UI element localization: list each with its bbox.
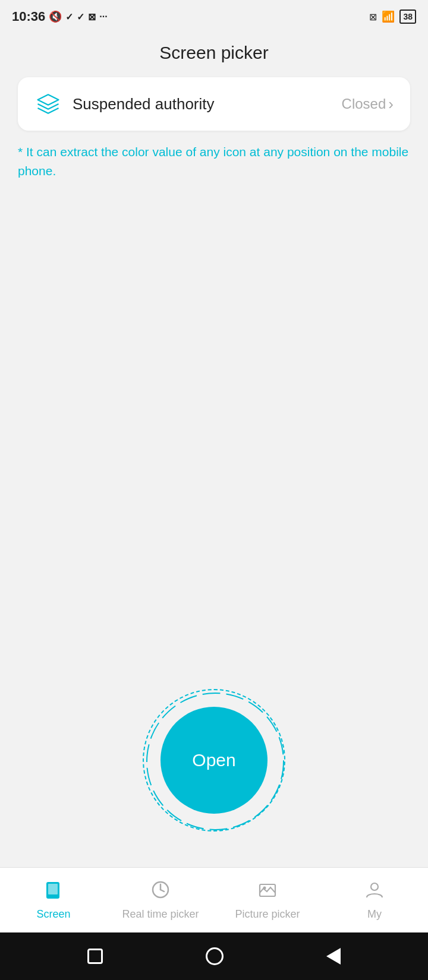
card-left: Suspended authority [34,90,215,118]
nav-item-realtime[interactable]: Real time picker [107,880,214,921]
card-right: Closed › [342,95,394,113]
check-icon-1: ✓ [65,11,73,23]
photo-icon: ⊠ [88,11,96,23]
screen-nav-label: Screen [36,908,70,921]
sys-nav-home[interactable] [206,947,224,965]
picture-nav-label: Picture picker [235,908,300,921]
check-icon-2: ✓ [77,11,84,23]
suspended-authority-card[interactable]: Suspended authority Closed › [18,77,410,131]
status-right-icons: ⊠ 📶 38 [369,10,416,24]
description-text: * It can extract the color value of any … [18,143,410,180]
open-button-outer-ring: Open [143,689,285,832]
status-bar: 10:36 🔇 ✓ ✓ ⊠ ··· ⊠ 📶 38 [0,0,428,31]
open-button-label: Open [192,750,235,770]
mute-icon: 🔇 [49,10,62,23]
svg-rect-3 [48,884,58,894]
main-content [0,180,428,689]
open-button-wrap: Open [0,689,428,832]
realtime-nav-label: Real time picker [122,908,199,921]
sys-nav-back[interactable] [326,948,341,965]
page-title: Screen picker [0,31,428,77]
system-nav-bar [0,932,428,980]
card-chevron-icon: › [388,95,394,113]
screen-nav-icon [43,880,64,905]
wifi-icon: 📶 [382,10,395,23]
realtime-nav-icon [150,880,171,905]
my-nav-icon [364,880,385,905]
more-icon: ··· [99,11,107,22]
layers-icon [34,90,62,118]
svg-marker-0 [38,94,59,105]
svg-point-9 [371,883,378,890]
open-button[interactable]: Open [160,707,268,814]
home-icon [206,947,224,965]
card-title: Suspended authority [73,95,215,113]
status-time: 10:36 🔇 ✓ ✓ ⊠ ··· [12,9,108,24]
time-label: 10:36 [12,9,45,24]
nav-item-my[interactable]: My [321,880,428,921]
nav-item-picture[interactable]: Picture picker [214,880,321,921]
nav-item-screen[interactable]: Screen [0,880,107,921]
svg-point-8 [263,887,266,890]
picture-nav-icon [257,880,278,905]
battery-indicator: 38 [399,10,416,24]
bottom-nav: Screen Real time picker Picture picker [0,867,428,932]
sys-nav-square[interactable] [87,949,103,964]
square-icon [87,949,103,964]
sim-icon: ⊠ [369,11,377,23]
card-status: Closed [342,96,386,112]
back-icon [326,948,341,965]
my-nav-label: My [367,908,382,921]
svg-line-6 [160,890,164,892]
